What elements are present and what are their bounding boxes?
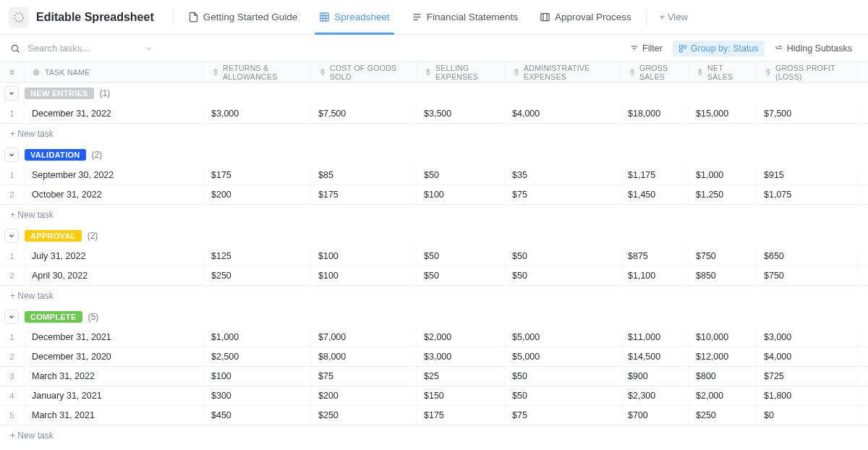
money-cell[interactable]: $1,250 (689, 185, 757, 204)
money-cell[interactable]: $50 (505, 266, 621, 285)
money-cell[interactable]: $11,000 (621, 328, 689, 347)
col-returns[interactable]: RETURNS & ALLOWANCES (204, 62, 311, 82)
new-task-button[interactable]: + New task (0, 286, 868, 306)
col-selling[interactable]: SELLING EXPENSES (417, 62, 505, 82)
table-row[interactable]: 1September 30, 2022$175$85$50$35$1,175$1… (0, 166, 868, 185)
money-cell[interactable]: $100 (311, 247, 417, 266)
group-toggle[interactable] (4, 86, 19, 101)
money-cell[interactable]: $12,000 (689, 347, 757, 366)
money-cell[interactable]: $50 (505, 367, 621, 386)
table-row[interactable]: 4January 31, 2021$300$200$150$50$2,300$2… (0, 386, 868, 406)
task-name[interactable]: September 30, 2022 (25, 166, 204, 184)
money-cell[interactable]: $200 (311, 386, 417, 405)
tab-financial-statements[interactable]: Financial Statements (401, 0, 528, 35)
group-toggle[interactable] (4, 148, 19, 162)
money-cell[interactable]: $7,000 (311, 328, 417, 347)
filter-button[interactable]: Filter (624, 41, 668, 56)
hiding-subtasks-button[interactable]: Hiding Subtasks (769, 41, 858, 56)
table-row[interactable]: 1December 31, 2021$1,000$7,000$2,000$5,0… (0, 328, 868, 347)
money-cell[interactable]: $100 (311, 266, 417, 285)
new-task-button[interactable]: + New task (0, 425, 868, 446)
money-cell[interactable]: $1,450 (621, 185, 689, 204)
money-cell[interactable]: $75 (505, 406, 621, 425)
table-row[interactable]: 1July 31, 2022$125$100$50$50$875$750$650 (0, 247, 868, 266)
money-cell[interactable]: $200 (204, 185, 311, 204)
money-cell[interactable]: $1,100 (621, 266, 689, 285)
money-cell[interactable]: $8,000 (311, 347, 417, 366)
money-cell[interactable]: $1,000 (689, 166, 757, 184)
money-cell[interactable]: $2,000 (417, 328, 505, 347)
money-cell[interactable]: $1,075 (757, 185, 858, 204)
money-cell[interactable]: $250 (204, 266, 311, 285)
task-name[interactable]: October 31, 2022 (25, 185, 204, 204)
money-cell[interactable]: $50 (505, 247, 621, 266)
money-cell[interactable]: $3,000 (757, 328, 858, 347)
money-cell[interactable]: $915 (757, 166, 858, 184)
money-cell[interactable]: $450 (204, 406, 311, 425)
money-cell[interactable]: $85 (311, 166, 417, 184)
tab-approval-process[interactable]: Approval Process (529, 0, 642, 35)
task-name[interactable]: March 31, 2022 (25, 367, 204, 386)
money-cell[interactable]: $5,000 (505, 328, 621, 347)
money-cell[interactable]: $1,800 (757, 386, 858, 405)
status-badge[interactable]: COMPLETE (25, 311, 82, 323)
money-cell[interactable]: $2,000 (689, 386, 757, 405)
col-net-sales[interactable]: NET SALES (689, 62, 757, 82)
money-cell[interactable]: $1,175 (621, 166, 689, 184)
task-name[interactable]: January 31, 2021 (25, 386, 204, 405)
tab-spreadsheet[interactable]: Spreadsheet (309, 0, 400, 35)
status-badge[interactable]: APPROVAL (25, 230, 82, 242)
task-name[interactable]: December 31, 2020 (25, 347, 204, 366)
chevron-down-icon[interactable] (145, 44, 153, 53)
table-row[interactable]: 2October 31, 2022$200$175$100$75$1,450$1… (0, 185, 868, 205)
status-badge[interactable]: NEW ENTRIES (25, 88, 94, 99)
col-admin[interactable]: ADMINISTRATIVE EXPENSES (505, 62, 621, 82)
money-cell[interactable]: $75 (505, 185, 621, 204)
money-cell[interactable]: $25 (417, 367, 505, 386)
money-cell[interactable]: $50 (417, 247, 505, 266)
money-cell[interactable]: $150 (417, 386, 505, 405)
money-cell[interactable]: $10,000 (689, 328, 757, 347)
table-row[interactable]: 5March 31, 2021$450$250$175$75$700$250$0 (0, 406, 868, 425)
money-cell[interactable]: $4,000 (505, 104, 621, 123)
search-input[interactable] (25, 40, 126, 56)
money-cell[interactable]: $175 (311, 185, 417, 204)
money-cell[interactable]: $250 (311, 406, 417, 425)
money-cell[interactable]: $750 (757, 266, 858, 285)
money-cell[interactable]: $50 (417, 266, 505, 285)
col-task-name[interactable]: TASK NAME (25, 62, 204, 82)
money-cell[interactable]: $1,000 (204, 328, 311, 347)
money-cell[interactable]: $100 (417, 185, 505, 204)
group-toggle[interactable] (4, 229, 19, 243)
money-cell[interactable]: $650 (757, 247, 858, 266)
money-cell[interactable]: $50 (417, 166, 505, 184)
status-badge[interactable]: VALIDATION (25, 149, 86, 161)
money-cell[interactable]: $100 (204, 367, 311, 386)
money-cell[interactable]: $850 (689, 266, 757, 285)
table-row[interactable]: 2December 31, 2020$2,500$8,000$3,000$5,0… (0, 347, 868, 367)
money-cell[interactable]: $3,500 (417, 104, 505, 123)
money-cell[interactable]: $250 (689, 406, 757, 425)
money-cell[interactable]: $300 (204, 386, 311, 405)
task-name[interactable]: December 31, 2021 (25, 328, 204, 347)
money-cell[interactable]: $875 (621, 247, 689, 266)
task-name[interactable]: December 31, 2022 (25, 104, 204, 123)
task-name[interactable]: April 30, 2022 (25, 266, 204, 285)
money-cell[interactable]: $50 (505, 386, 621, 405)
table-row[interactable]: 2April 30, 2022$250$100$50$50$1,100$850$… (0, 266, 868, 286)
col-gross-sales[interactable]: GROSS SALES (621, 62, 689, 82)
money-cell[interactable]: $725 (757, 367, 858, 386)
task-name[interactable]: March 31, 2021 (25, 406, 204, 425)
money-cell[interactable]: $4,000 (757, 347, 858, 366)
money-cell[interactable]: $2,500 (204, 347, 311, 366)
money-cell[interactable]: $175 (417, 406, 505, 425)
task-name[interactable]: July 31, 2022 (25, 247, 204, 266)
money-cell[interactable]: $18,000 (621, 104, 689, 123)
tab-getting-started-guide[interactable]: Getting Started Guide (178, 0, 308, 35)
money-cell[interactable]: $5,000 (505, 347, 621, 366)
col-gross-profit[interactable]: GROSS PROFIT (LOSS) (757, 62, 858, 82)
table-row[interactable]: 3March 31, 2022$100$75$25$50$900$800$725 (0, 367, 868, 386)
money-cell[interactable]: $35 (505, 166, 621, 184)
new-task-button[interactable]: + New task (0, 124, 868, 144)
group-by-button[interactable]: Group by: Status (673, 41, 765, 56)
